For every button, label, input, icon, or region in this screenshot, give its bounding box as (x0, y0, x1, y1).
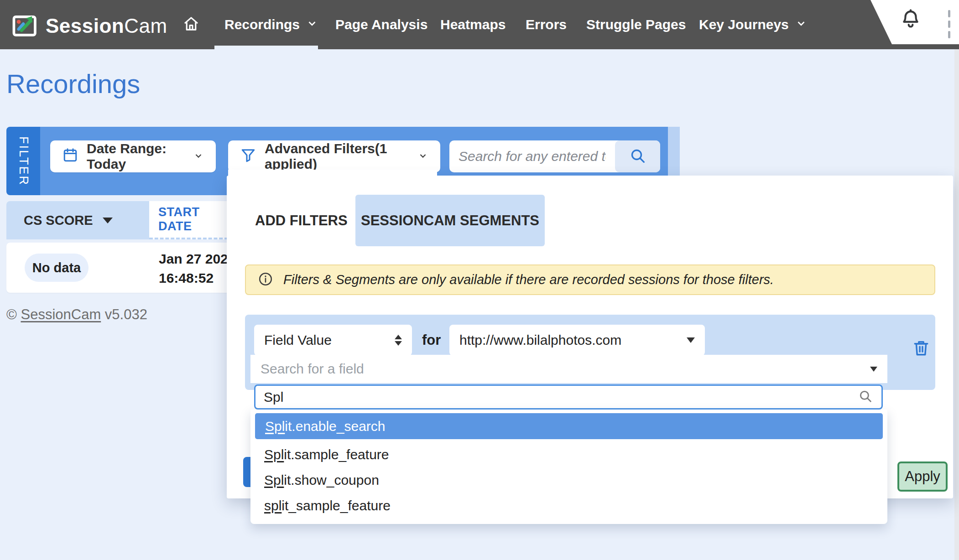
table-header: CS SCORE START DATE (6, 201, 228, 239)
field-result-option[interactable]: Split.show_coupon (250, 467, 887, 493)
field-search-box (254, 384, 883, 410)
page-scrollbar[interactable] (954, 49, 959, 560)
search-button[interactable] (615, 140, 660, 172)
app-window: SessionCam Recordings Page Analysis Heat… (0, 0, 959, 560)
field-select-placeholder[interactable] (261, 361, 870, 377)
info-banner-text: Filters & Segments are only available if… (283, 272, 774, 287)
more-options-icon[interactable] (948, 10, 950, 38)
top-navbar: SessionCam Recordings Page Analysis Heat… (0, 0, 959, 49)
info-icon (258, 271, 273, 289)
page-title: Recordings (6, 68, 140, 99)
tab-sessioncam-segments[interactable]: SESSIONCAM SEGMENTS (355, 195, 545, 246)
navbar-corner-panel (870, 0, 959, 44)
advanced-filters-panel: ADD FILTERS SESSIONCAM SEGMENTS Filters … (227, 176, 953, 498)
tab-add-filters[interactable]: ADD FILTERS (255, 195, 348, 246)
info-banner: Filters & Segments are only available if… (245, 264, 935, 295)
site-select[interactable]: http://www.bilalphotos.com (449, 325, 705, 356)
nav-item-page-analysis[interactable]: Page Analysis (335, 0, 427, 49)
advanced-filters-button[interactable]: Advanced Filters(1 applied) (228, 140, 440, 172)
bell-icon (899, 25, 923, 32)
field-result-option[interactable]: Split.enable_search (255, 413, 883, 439)
column-header-cs-score[interactable]: CS SCORE (6, 201, 149, 239)
home-icon (182, 14, 201, 35)
footer-sessioncam-link[interactable]: SessionCam (21, 306, 101, 322)
field-search-input[interactable] (264, 389, 858, 405)
home-nav-button[interactable] (182, 0, 201, 49)
nav-item-recordings[interactable]: Recordings (224, 0, 318, 49)
nav-item-struggle-pages[interactable]: Struggle Pages (586, 0, 686, 49)
table-row[interactable]: No data Jan 27 2020, 16:48:52 (6, 243, 228, 293)
nav-item-heatmaps[interactable]: Heatmaps (440, 0, 506, 49)
search-icon (629, 147, 647, 166)
chevron-down-icon (193, 149, 204, 164)
apply-button[interactable]: Apply (897, 461, 948, 492)
chevron-down-icon (417, 149, 428, 164)
brand-name: SessionCam (46, 15, 167, 37)
for-label: for (422, 325, 441, 356)
sessioncam-logo-icon (11, 11, 39, 41)
field-type-select[interactable]: Field Value (254, 325, 412, 356)
nav-item-key-journeys[interactable]: Key Journeys (699, 0, 807, 49)
notifications-button[interactable] (899, 7, 923, 33)
field-result-option[interactable]: split_sample_feature (250, 493, 887, 519)
calendar-icon (62, 147, 78, 166)
chevron-down-icon (795, 17, 807, 32)
funnel-icon (240, 147, 256, 166)
sort-caret-down-icon (103, 218, 113, 223)
cs-score-badge: No data (25, 254, 89, 282)
session-search (449, 140, 660, 172)
column-header-start-date[interactable]: START DATE (149, 201, 228, 239)
field-select-bar[interactable] (250, 355, 887, 383)
field-result-option[interactable]: Split.sample_feature (250, 442, 887, 467)
dropdown-arrow-icon (870, 367, 877, 372)
footer-copyright: © SessionCam v5.032 (6, 306, 147, 323)
dropdown-arrow-icon (687, 337, 695, 343)
nav-item-errors[interactable]: Errors (526, 0, 567, 49)
delete-filter-button[interactable] (910, 337, 932, 359)
date-range-button[interactable]: Date Range: Today (50, 140, 216, 172)
dropdown-connector (228, 170, 437, 177)
brand[interactable]: SessionCam (11, 11, 167, 41)
active-tab-indicator (214, 46, 318, 49)
chevron-down-icon (306, 17, 318, 32)
filter-side-tab[interactable]: FILTER (6, 127, 40, 195)
trash-icon (911, 338, 931, 359)
search-icon (858, 389, 873, 406)
select-spinner-icon (395, 335, 402, 346)
session-search-input[interactable] (449, 140, 615, 172)
field-results-list: Split.enable_search Split.sample_feature… (250, 410, 887, 524)
